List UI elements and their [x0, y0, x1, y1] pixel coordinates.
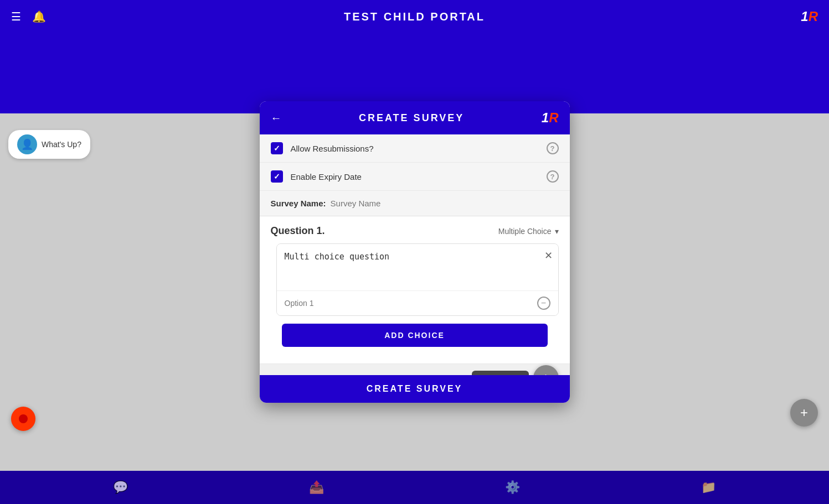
add-question-container: Add Question + [472, 365, 559, 375]
question-clear-button[interactable]: ✕ [544, 250, 553, 262]
question-number: Question 1. [271, 225, 325, 237]
enable-expiry-checkbox[interactable] [271, 170, 283, 183]
question-header: Question 1. Multiple Choice ▾ [271, 225, 559, 237]
bottom-nav: 💬 📤 ⚙️ 📁 [0, 471, 829, 504]
survey-name-input[interactable] [331, 199, 559, 208]
modal-overlay: ← CREATE SURVEY 1R Allow Resubmissions? … [0, 66, 829, 438]
top-bar-left: ☰ 🔔 [11, 10, 46, 23]
create-survey-button[interactable]: CREATE SURVEY [260, 375, 570, 403]
survey-name-row: Survey Name: [260, 191, 570, 216]
question-type-label: Multiple Choice [498, 227, 552, 236]
add-question-tooltip: Add Question [472, 371, 529, 376]
question-section: Question 1. Multiple Choice ▾ ≡ Multi ch… [260, 216, 570, 364]
question-wrapper: ≡ Multi choice question ✕ − [271, 243, 559, 316]
option1-input[interactable] [285, 299, 537, 308]
question-text-input[interactable]: Multi choice question [277, 244, 558, 288]
enable-expiry-row: Enable Expiry Date ? [260, 163, 570, 191]
drag-handle-icon[interactable]: ≡ [260, 275, 260, 285]
create-survey-modal: ← CREATE SURVEY 1R Allow Resubmissions? … [260, 101, 570, 403]
add-question-fab-button[interactable]: + [533, 365, 559, 375]
nav-folder-icon[interactable]: 📁 [701, 480, 716, 495]
modal-logo: 1R [542, 110, 559, 126]
back-button[interactable]: ← [271, 112, 282, 124]
question-card: Multi choice question ✕ − [276, 243, 559, 316]
modal-header: ← CREATE SURVEY 1R [260, 101, 570, 134]
modal-title: CREATE SURVEY [282, 112, 542, 124]
add-question-area: Add Question + [260, 364, 570, 375]
main-area: 👤 What's Up? ← CREATE SURVEY 1R Allow Re… [0, 33, 829, 471]
survey-name-label: Survey Name: [271, 199, 326, 208]
allow-resubmissions-row: Allow Resubmissions? ? [260, 134, 570, 163]
modal-body[interactable]: Allow Resubmissions? ? Enable Expiry Dat… [260, 134, 570, 375]
record-button[interactable] [11, 407, 35, 431]
allow-resubmissions-help-icon[interactable]: ? [547, 142, 559, 154]
top-bar: ☰ 🔔 TEST CHILD PORTAL 1R [0, 0, 829, 33]
allow-resubmissions-checkbox[interactable] [271, 142, 283, 154]
add-choice-button[interactable]: ADD CHOICE [282, 324, 548, 347]
enable-expiry-help-icon[interactable]: ? [547, 170, 559, 183]
bottom-fab-button[interactable]: + [790, 399, 818, 427]
chevron-down-icon: ▾ [555, 227, 559, 236]
app-title: TEST CHILD PORTAL [344, 11, 485, 23]
nav-settings-icon[interactable]: ⚙️ [505, 480, 520, 495]
option-row: − [277, 290, 558, 315]
hamburger-icon[interactable]: ☰ [11, 10, 21, 23]
question-type-select[interactable]: Multiple Choice ▾ [498, 227, 559, 236]
enable-expiry-label: Enable Expiry Date [291, 172, 547, 181]
nav-chat-icon[interactable]: 💬 [113, 480, 128, 495]
allow-resubmissions-label: Allow Resubmissions? [291, 144, 547, 153]
top-logo: 1R [801, 9, 818, 24]
nav-share-icon[interactable]: 📤 [309, 480, 324, 495]
record-indicator [19, 414, 28, 423]
bell-icon[interactable]: 🔔 [32, 10, 46, 23]
remove-option-button[interactable]: − [537, 297, 550, 310]
